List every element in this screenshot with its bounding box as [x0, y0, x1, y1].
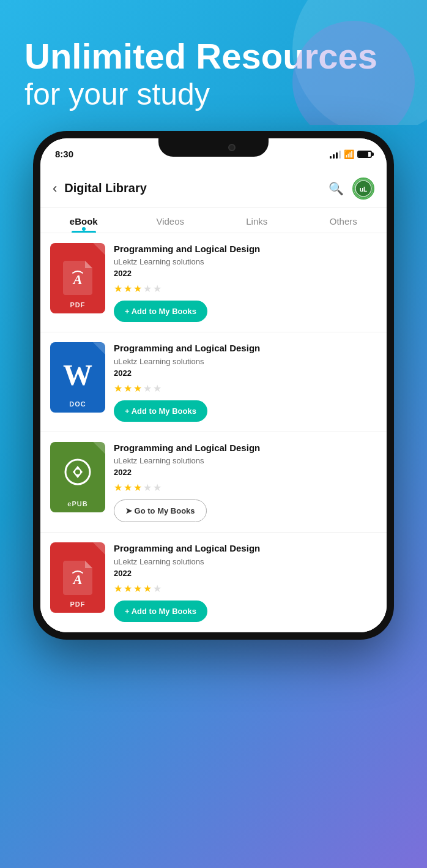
book-title-4: Programming and Logical Design	[114, 542, 377, 555]
book-cover-pdf-4[interactable]: A PDF	[50, 542, 105, 613]
book-year-2: 2022	[114, 369, 377, 378]
add-to-my-books-button-1[interactable]: + Add to My Books	[114, 301, 207, 322]
svg-point-4	[75, 470, 80, 474]
book-action-4: + Add to My Books	[114, 600, 377, 622]
signal-bar-4	[339, 151, 341, 159]
phone-mockup: 8:30 📶	[33, 131, 394, 640]
star-5: ★	[153, 283, 162, 294]
wifi-icon: 📶	[344, 149, 354, 159]
star-2: ★	[124, 583, 132, 594]
star-1: ★	[114, 482, 122, 493]
star-2: ★	[124, 283, 132, 294]
epub-icon-svg	[64, 458, 91, 485]
tab-videos-label: Videos	[156, 216, 184, 226]
status-time: 8:30	[55, 149, 73, 159]
app-header: ‹ Digital Library 🔍 uL	[40, 170, 387, 208]
book-stars-4: ★ ★ ★ ★ ★	[114, 583, 377, 594]
book-author-2: uLektz Learning solutions	[114, 357, 377, 366]
book-stars-3: ★ ★ ★ ★ ★	[114, 482, 377, 493]
star-4: ★	[143, 283, 152, 294]
status-icons: 📶	[330, 149, 372, 159]
tab-ebook[interactable]: eBook	[40, 208, 127, 233]
book-stars-1: ★ ★ ★ ★ ★	[114, 283, 377, 294]
book-year-4: 2022	[114, 569, 377, 578]
notch-camera	[228, 144, 236, 151]
list-item: A PDF Programming and Logical Design uLe…	[40, 233, 387, 333]
search-icon[interactable]: 🔍	[329, 181, 344, 196]
star-3: ★	[133, 583, 142, 594]
tab-links-label: Links	[246, 216, 267, 226]
cover-type-label-1: PDF	[70, 301, 86, 309]
signal-bar-2	[333, 154, 335, 159]
list-item: A PDF Programming and Logical Design uLe…	[40, 533, 387, 632]
list-item: ePUB Programming and Logical Design uLek…	[40, 432, 387, 533]
signal-bars-icon	[330, 150, 341, 159]
cover-type-label-2: DOC	[69, 400, 86, 408]
battery-fill	[358, 152, 368, 157]
book-info-2: Programming and Logical Design uLektz Le…	[114, 342, 377, 422]
tab-videos[interactable]: Videos	[127, 208, 214, 233]
star-3: ★	[133, 482, 142, 493]
header-icons: 🔍 uL	[329, 178, 374, 200]
book-list: A PDF Programming and Logical Design uLe…	[40, 233, 387, 632]
tab-others-label: Others	[330, 216, 357, 226]
pdf-file-icon: A	[63, 261, 92, 295]
cover-type-label-4: PDF	[70, 600, 86, 608]
tab-bar: eBook Videos Links Others	[40, 208, 387, 233]
tab-ebook-label: eBook	[70, 216, 98, 226]
phone-container: 8:30 📶	[0, 125, 427, 640]
star-1: ★	[114, 583, 122, 594]
book-info-3: Programming and Logical Design uLektz Le…	[114, 442, 377, 523]
star-4: ★	[143, 482, 152, 493]
app-title: Digital Library	[64, 181, 321, 195]
tab-active-indicator	[82, 227, 86, 231]
battery-icon	[357, 151, 372, 158]
avatar-image: uL	[354, 179, 373, 198]
book-author-3: uLektz Learning solutions	[114, 456, 377, 465]
svg-text:A: A	[72, 272, 83, 287]
epub-file-icon	[64, 458, 91, 491]
book-action-1: + Add to My Books	[114, 301, 377, 322]
book-title-3: Programming and Logical Design	[114, 442, 377, 454]
star-1: ★	[114, 383, 122, 394]
svg-text:A: A	[72, 572, 83, 587]
book-action-2: + Add to My Books	[114, 400, 377, 422]
list-item: W DOC Programming and Logical Design uLe…	[40, 332, 387, 432]
star-2: ★	[124, 383, 132, 394]
book-title-1: Programming and Logical Design	[114, 243, 377, 255]
book-cover-epub-3[interactable]: ePUB	[50, 442, 105, 512]
add-to-my-books-button-4[interactable]: + Add to My Books	[114, 600, 207, 622]
star-5: ★	[153, 383, 162, 394]
pdf-file-icon-2: A	[63, 561, 92, 595]
add-to-my-books-button-2[interactable]: + Add to My Books	[114, 400, 207, 422]
cover-type-label-3: ePUB	[67, 500, 87, 507]
star-3: ★	[133, 283, 142, 294]
tab-links[interactable]: Links	[214, 208, 300, 233]
book-cover-doc-2[interactable]: W DOC	[50, 342, 105, 413]
status-bar: 8:30 📶	[40, 138, 387, 170]
book-author-4: uLektz Learning solutions	[114, 557, 377, 566]
book-author-1: uLektz Learning solutions	[114, 257, 377, 266]
book-year-3: 2022	[114, 468, 377, 477]
star-2: ★	[124, 482, 132, 493]
hero-content: Unlimited Resources for your study	[0, 0, 427, 125]
star-3: ★	[133, 383, 142, 394]
star-5: ★	[153, 583, 162, 594]
svg-text:uL: uL	[360, 186, 367, 193]
go-to-my-books-button-3[interactable]: ➤ Go to My Books	[114, 499, 207, 522]
doc-w-icon: W	[63, 358, 92, 392]
book-cover-pdf-1[interactable]: A PDF	[50, 243, 105, 313]
star-4: ★	[143, 383, 152, 394]
book-title-2: Programming and Logical Design	[114, 342, 377, 354]
tab-others[interactable]: Others	[300, 208, 387, 233]
book-action-3: ➤ Go to My Books	[114, 499, 377, 522]
phone-screen: 8:30 📶	[40, 138, 387, 632]
star-1: ★	[114, 283, 122, 294]
book-info-4: Programming and Logical Design uLektz Le…	[114, 542, 377, 622]
book-stars-2: ★ ★ ★ ★ ★	[114, 383, 377, 394]
avatar[interactable]: uL	[352, 178, 374, 200]
hero-section: Unlimited Resources for your study	[0, 0, 427, 125]
book-year-1: 2022	[114, 269, 377, 278]
star-5: ★	[153, 482, 162, 493]
back-button[interactable]: ‹	[53, 181, 57, 196]
